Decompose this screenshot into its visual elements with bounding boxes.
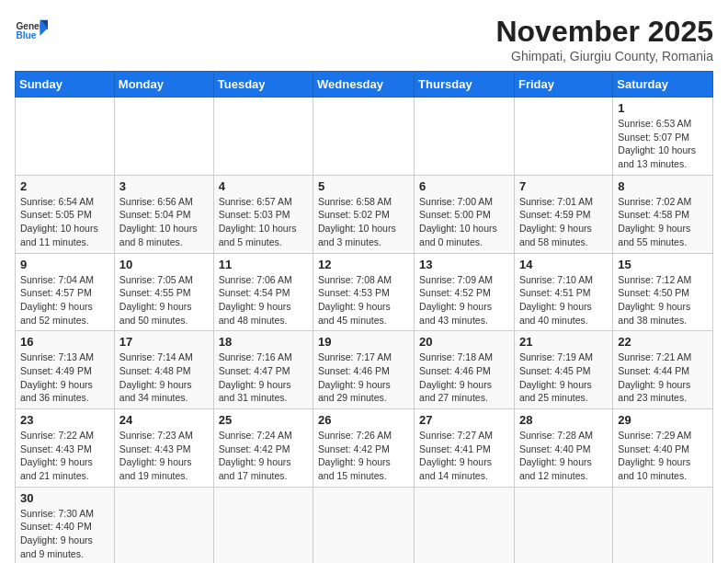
day-cell: 5Sunrise: 6:58 AM Sunset: 5:02 PM Daylig… bbox=[313, 175, 415, 253]
day-number: 20 bbox=[419, 335, 509, 349]
day-info: Sunrise: 7:13 AM Sunset: 4:49 PM Dayligh… bbox=[20, 350, 109, 405]
day-number: 19 bbox=[318, 335, 409, 349]
day-header-thursday: Thursday bbox=[415, 72, 515, 98]
day-cell: 30Sunrise: 7:30 AM Sunset: 4:40 PM Dayli… bbox=[16, 487, 115, 563]
day-cell: 24Sunrise: 7:23 AM Sunset: 4:43 PM Dayli… bbox=[114, 409, 213, 488]
week-row: 1Sunrise: 6:53 AM Sunset: 5:07 PM Daylig… bbox=[16, 98, 713, 176]
day-info: Sunrise: 7:12 AM Sunset: 4:50 PM Dayligh… bbox=[618, 273, 708, 327]
day-number: 8 bbox=[618, 179, 708, 193]
day-cell: 28Sunrise: 7:28 AM Sunset: 4:40 PM Dayli… bbox=[514, 409, 612, 488]
day-number: 15 bbox=[618, 258, 708, 271]
day-cell: 19Sunrise: 7:17 AM Sunset: 4:46 PM Dayli… bbox=[313, 331, 415, 409]
subtitle: Ghimpati, Giurgiu County, Romania bbox=[495, 49, 713, 63]
day-cell: 23Sunrise: 7:22 AM Sunset: 4:43 PM Dayli… bbox=[16, 409, 115, 488]
day-number: 22 bbox=[618, 335, 708, 349]
day-info: Sunrise: 7:22 AM Sunset: 4:43 PM Dayligh… bbox=[20, 429, 109, 483]
day-cell: 22Sunrise: 7:21 AM Sunset: 4:44 PM Dayli… bbox=[613, 331, 713, 409]
day-number: 12 bbox=[318, 258, 409, 271]
day-cell bbox=[415, 98, 515, 176]
day-cell: 6Sunrise: 7:00 AM Sunset: 5:00 PM Daylig… bbox=[415, 175, 515, 253]
day-number: 5 bbox=[318, 179, 409, 193]
day-info: Sunrise: 7:29 AM Sunset: 4:40 PM Dayligh… bbox=[618, 429, 708, 483]
day-cell bbox=[213, 98, 313, 176]
day-cell: 2Sunrise: 6:54 AM Sunset: 5:05 PM Daylig… bbox=[16, 175, 115, 253]
day-info: Sunrise: 7:02 AM Sunset: 4:58 PM Dayligh… bbox=[618, 195, 708, 249]
day-info: Sunrise: 6:57 AM Sunset: 5:03 PM Dayligh… bbox=[219, 195, 308, 249]
day-info: Sunrise: 7:24 AM Sunset: 4:42 PM Dayligh… bbox=[219, 429, 308, 483]
day-number: 4 bbox=[219, 179, 308, 193]
title-area: November 2025 Ghimpati, Giurgiu County, … bbox=[495, 15, 713, 63]
day-info: Sunrise: 7:05 AM Sunset: 4:55 PM Dayligh… bbox=[119, 273, 209, 327]
day-info: Sunrise: 7:09 AM Sunset: 4:52 PM Dayligh… bbox=[419, 273, 509, 327]
day-info: Sunrise: 7:18 AM Sunset: 4:46 PM Dayligh… bbox=[419, 350, 509, 405]
day-cell: 20Sunrise: 7:18 AM Sunset: 4:46 PM Dayli… bbox=[415, 331, 515, 409]
day-header-wednesday: Wednesday bbox=[313, 72, 415, 98]
day-number: 7 bbox=[519, 179, 608, 193]
calendar-table: SundayMondayTuesdayWednesdayThursdayFrid… bbox=[15, 71, 713, 563]
day-cell: 3Sunrise: 6:56 AM Sunset: 5:04 PM Daylig… bbox=[114, 175, 213, 253]
day-number: 2 bbox=[20, 179, 109, 193]
day-info: Sunrise: 7:08 AM Sunset: 4:53 PM Dayligh… bbox=[318, 273, 409, 327]
day-info: Sunrise: 7:27 AM Sunset: 4:41 PM Dayligh… bbox=[419, 429, 509, 483]
day-cell: 26Sunrise: 7:26 AM Sunset: 4:42 PM Dayli… bbox=[313, 409, 415, 488]
day-cell bbox=[114, 98, 213, 176]
day-number: 6 bbox=[419, 179, 509, 193]
day-header-tuesday: Tuesday bbox=[213, 72, 313, 98]
logo-icon: General Blue bbox=[15, 15, 48, 48]
day-info: Sunrise: 7:26 AM Sunset: 4:42 PM Dayligh… bbox=[318, 429, 409, 483]
day-cell: 17Sunrise: 7:14 AM Sunset: 4:48 PM Dayli… bbox=[114, 331, 213, 409]
day-cell bbox=[613, 487, 713, 563]
week-row: 16Sunrise: 7:13 AM Sunset: 4:49 PM Dayli… bbox=[16, 331, 713, 409]
day-cell: 21Sunrise: 7:19 AM Sunset: 4:45 PM Dayli… bbox=[514, 331, 612, 409]
day-info: Sunrise: 6:58 AM Sunset: 5:02 PM Dayligh… bbox=[318, 195, 409, 249]
day-number: 28 bbox=[519, 413, 608, 427]
day-number: 26 bbox=[318, 413, 409, 427]
day-cell: 10Sunrise: 7:05 AM Sunset: 4:55 PM Dayli… bbox=[114, 253, 213, 331]
day-info: Sunrise: 7:14 AM Sunset: 4:48 PM Dayligh… bbox=[119, 350, 209, 405]
svg-text:Blue: Blue bbox=[16, 30, 36, 40]
day-number: 25 bbox=[219, 413, 308, 427]
day-cell: 15Sunrise: 7:12 AM Sunset: 4:50 PM Dayli… bbox=[613, 253, 713, 331]
day-number: 16 bbox=[20, 335, 109, 349]
week-row: 30Sunrise: 7:30 AM Sunset: 4:40 PM Dayli… bbox=[16, 487, 713, 563]
day-header-monday: Monday bbox=[114, 72, 213, 98]
day-cell bbox=[213, 487, 313, 563]
header: General Blue November 2025 Ghimpati, Giu… bbox=[15, 15, 713, 63]
day-header-saturday: Saturday bbox=[613, 72, 713, 98]
day-number: 30 bbox=[20, 491, 109, 505]
day-info: Sunrise: 7:30 AM Sunset: 4:40 PM Dayligh… bbox=[20, 507, 109, 561]
day-info: Sunrise: 7:06 AM Sunset: 4:54 PM Dayligh… bbox=[219, 273, 308, 327]
day-info: Sunrise: 7:16 AM Sunset: 4:47 PM Dayligh… bbox=[219, 350, 308, 405]
day-cell: 25Sunrise: 7:24 AM Sunset: 4:42 PM Dayli… bbox=[213, 409, 313, 488]
day-info: Sunrise: 7:21 AM Sunset: 4:44 PM Dayligh… bbox=[618, 350, 708, 405]
day-number: 17 bbox=[119, 335, 209, 349]
day-number: 1 bbox=[618, 101, 708, 115]
day-info: Sunrise: 6:54 AM Sunset: 5:05 PM Dayligh… bbox=[20, 195, 109, 249]
day-cell: 8Sunrise: 7:02 AM Sunset: 4:58 PM Daylig… bbox=[613, 175, 713, 253]
day-cell: 16Sunrise: 7:13 AM Sunset: 4:49 PM Dayli… bbox=[16, 331, 115, 409]
week-row: 23Sunrise: 7:22 AM Sunset: 4:43 PM Dayli… bbox=[16, 409, 713, 488]
day-info: Sunrise: 7:04 AM Sunset: 4:57 PM Dayligh… bbox=[20, 273, 109, 327]
day-number: 27 bbox=[419, 413, 509, 427]
day-number: 21 bbox=[519, 335, 608, 349]
day-header-friday: Friday bbox=[514, 72, 612, 98]
week-row: 2Sunrise: 6:54 AM Sunset: 5:05 PM Daylig… bbox=[16, 175, 713, 253]
day-info: Sunrise: 7:17 AM Sunset: 4:46 PM Dayligh… bbox=[318, 350, 409, 405]
day-cell bbox=[313, 98, 415, 176]
day-cell bbox=[114, 487, 213, 563]
day-cell bbox=[415, 487, 515, 563]
week-row: 9Sunrise: 7:04 AM Sunset: 4:57 PM Daylig… bbox=[16, 253, 713, 331]
day-cell bbox=[16, 98, 115, 176]
day-cell: 14Sunrise: 7:10 AM Sunset: 4:51 PM Dayli… bbox=[514, 253, 612, 331]
day-number: 24 bbox=[119, 413, 209, 427]
day-number: 14 bbox=[519, 258, 608, 271]
day-header-sunday: Sunday bbox=[16, 72, 115, 98]
day-cell bbox=[514, 98, 612, 176]
day-number: 11 bbox=[219, 258, 308, 271]
day-number: 23 bbox=[20, 413, 109, 427]
day-cell: 18Sunrise: 7:16 AM Sunset: 4:47 PM Dayli… bbox=[213, 331, 313, 409]
month-title: November 2025 bbox=[495, 15, 713, 49]
day-info: Sunrise: 7:23 AM Sunset: 4:43 PM Dayligh… bbox=[119, 429, 209, 483]
day-cell: 9Sunrise: 7:04 AM Sunset: 4:57 PM Daylig… bbox=[16, 253, 115, 331]
day-number: 3 bbox=[119, 179, 209, 193]
